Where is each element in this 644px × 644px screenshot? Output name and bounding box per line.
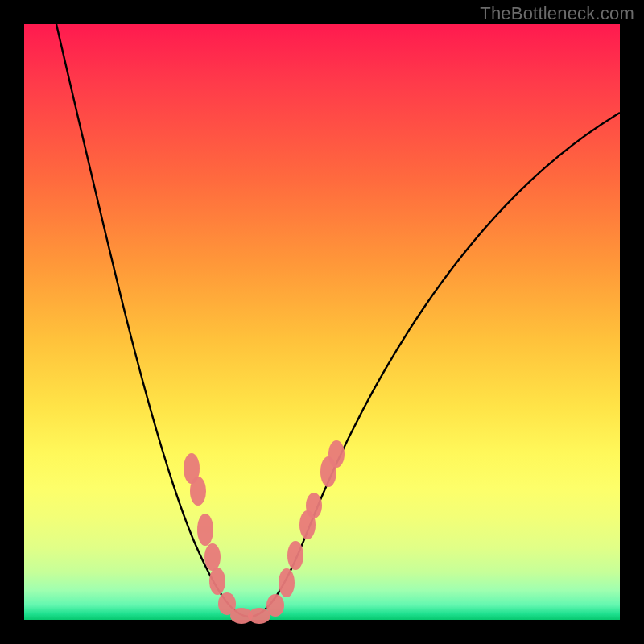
bottleneck-curve (56, 24, 620, 617)
plot-area (24, 24, 620, 620)
curve-marker (328, 440, 345, 468)
curve-marker (248, 608, 270, 624)
curve-marker (306, 493, 322, 518)
outer-frame: TheBottleneck.com (0, 0, 644, 644)
curve-marker (266, 594, 284, 617)
curve-marker (209, 568, 225, 595)
curve-marker (204, 543, 221, 571)
curve-marker (287, 541, 303, 570)
curve-marker (279, 568, 295, 597)
marker-group (184, 440, 345, 624)
chart-svg (24, 24, 620, 620)
curve-marker (197, 514, 213, 546)
curve-marker (190, 477, 206, 506)
watermark-text: TheBottleneck.com (480, 3, 634, 24)
